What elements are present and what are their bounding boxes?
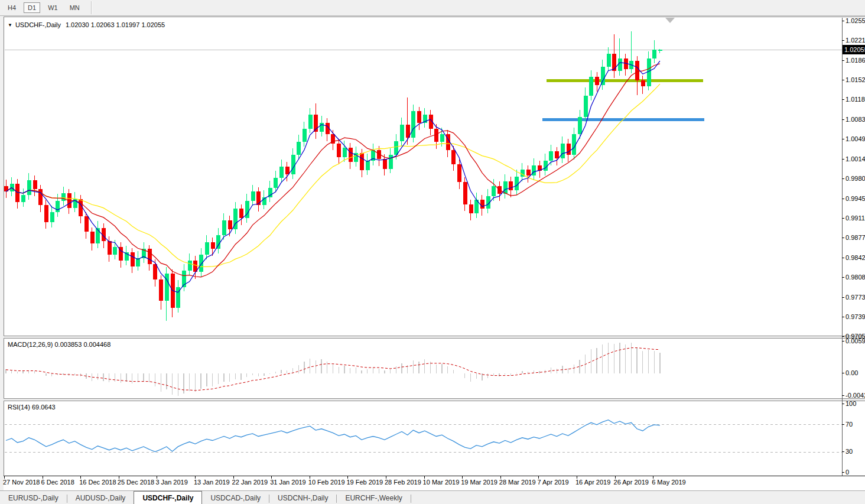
date-axis-label: 28 Mar 2019: [499, 479, 536, 486]
symbol-tab-bar: EURUSD-,Daily AUDUSD-,Daily USDCHF-,Dail…: [0, 490, 865, 504]
tab-separator: [411, 495, 411, 503]
macd-axis-label: 0.00: [846, 369, 858, 376]
rsi-indicator-label: RSI(14) 69.0643: [8, 404, 56, 411]
price-axis-label: 0.99450: [846, 195, 865, 202]
timeframe-h4-button[interactable]: H4: [4, 2, 20, 13]
date-axis-tick: [80, 476, 81, 479]
date-axis-tick: [271, 476, 272, 479]
date-axis-tick: [462, 476, 463, 479]
date-axis-label: 16 Apr 2019: [575, 479, 610, 486]
macd-axis-label: -0.004243: [846, 392, 865, 399]
date-axis-label: 28 Feb 2019: [385, 479, 421, 486]
date-axis-tick: [653, 476, 653, 479]
tab-eurusd-daily[interactable]: EURUSD-,Daily: [0, 492, 67, 504]
date-axis-tick: [386, 476, 386, 479]
date-axis-tick: [4, 476, 5, 479]
rsi-axis-label: 70: [846, 421, 853, 428]
date-axis-tick: [347, 476, 348, 479]
price-axis-label: 0.99110: [846, 214, 865, 222]
legend-symbol-label: USDCHF-,Daily: [15, 21, 61, 28]
date-axis-tick: [195, 476, 196, 479]
timeframe-mn-button[interactable]: MN: [66, 2, 84, 13]
timeframe-w1-button[interactable]: W1: [44, 2, 62, 13]
price-axis-label: 0.99800: [846, 175, 865, 182]
date-axis-label: 27 Nov 2018: [3, 479, 40, 486]
date-axis-label: 26 Apr 2019: [614, 479, 649, 486]
date-axis-label: 19 Feb 2019: [346, 479, 383, 486]
date-axis-label: 10 Feb 2019: [308, 479, 345, 486]
date-axis-label: 19 Mar 2019: [461, 479, 497, 486]
date-axis-tick: [43, 476, 43, 479]
chart-shift-marker-icon: [665, 18, 675, 23]
date-axis-tick: [310, 476, 310, 479]
date-axis-tick: [538, 476, 539, 479]
panel-resize-separator-macd[interactable]: [4, 336, 865, 339]
main-price-chart-canvas[interactable]: [0, 18, 865, 337]
rsi-axis-label: 0: [846, 469, 849, 476]
timeframe-toolbar: H4 D1 W1 MN: [0, 0, 865, 16]
date-axis-tick: [157, 476, 157, 479]
tab-eurchf-weekly[interactable]: EURCHF-,Weekly: [337, 492, 410, 504]
toolbar-separator: [91, 1, 92, 14]
timeframe-d1-button[interactable]: D1: [24, 2, 40, 13]
price-axis-label: 1.00140: [846, 155, 865, 162]
price-axis-label: 1.01180: [846, 96, 865, 103]
tab-usdchf-daily[interactable]: USDCHF-,Daily: [134, 491, 202, 504]
price-axis-label: 0.97730: [846, 294, 865, 301]
chart-legend[interactable]: ▼USDCHF-,Daily1.02030 1.02063 1.01997 1.…: [8, 21, 165, 28]
date-axis-label: 31 Jan 2019: [270, 479, 306, 486]
rsi-indicator-canvas[interactable]: [0, 401, 865, 476]
date-axis-label: 7 Apr 2019: [537, 479, 568, 486]
rsi-axis-label: 30: [846, 448, 853, 455]
macd-indicator-label: MACD(12,26,9) 0.003853 0.004468: [8, 341, 110, 348]
date-axis-label: 3 Jan 2019: [155, 479, 187, 486]
rsi-axis-label: 100: [846, 400, 856, 407]
date-axis-tick: [119, 476, 119, 479]
price-axis-label: 0.98770: [846, 234, 865, 241]
price-axis-label: 0.98420: [846, 254, 865, 261]
metatrader-window: H4 D1 W1 MN ▼USDCHF-,Daily1.02030 1.0206…: [0, 0, 865, 504]
macd-indicator-canvas[interactable]: [0, 339, 865, 399]
current-price-tag: 1.02055: [843, 45, 865, 54]
date-axis-tick: [615, 476, 616, 479]
date-axis-label: 10 Mar 2019: [423, 479, 460, 486]
price-axis-label: 0.97390: [846, 313, 865, 320]
date-axis-label: 13 Jan 2019: [194, 479, 230, 486]
date-axis-tick: [233, 476, 234, 479]
date-axis-label: 6 May 2019: [652, 479, 685, 486]
macd-axis-label: 0.00597: [846, 337, 865, 344]
price-axis-border: [842, 18, 843, 476]
price-axis-label: 1.01520: [846, 76, 865, 83]
price-axis-label: 1.02210: [846, 37, 865, 44]
price-axis-label: 1.02550: [846, 17, 865, 24]
price-axis-label: 1.00490: [846, 135, 865, 142]
tab-audusd-daily[interactable]: AUDUSD-,Daily: [67, 492, 134, 504]
date-axis-label: 22 Jan 2019: [232, 479, 268, 486]
date-axis-tick: [500, 476, 501, 479]
tab-usdcnh-daily[interactable]: USDCNH-,Daily: [269, 492, 336, 504]
legend-dropdown-icon: ▼: [8, 22, 12, 28]
date-axis-label: 6 Dec 2018: [41, 479, 74, 486]
price-axis-label: 1.01860: [846, 57, 865, 64]
panel-resize-separator-rsi[interactable]: [4, 398, 865, 401]
tab-usdcad-daily[interactable]: USDCAD-,Daily: [202, 492, 269, 504]
legend-ohlc-values: 1.02030 1.02063 1.01997 1.02055: [66, 21, 165, 28]
price-axis-label: 1.00830: [846, 116, 865, 123]
price-axis-label: 0.98080: [846, 274, 865, 281]
date-axis-tick: [577, 476, 577, 479]
date-axis-tick: [424, 476, 425, 479]
date-axis-label: 16 Dec 2018: [79, 479, 116, 486]
date-axis-label: 25 Dec 2018: [118, 479, 154, 486]
